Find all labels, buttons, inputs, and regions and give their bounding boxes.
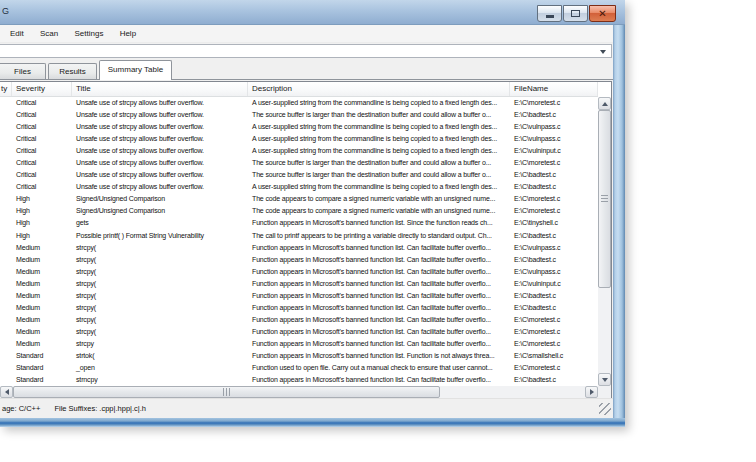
table-row[interactable]: MediumstrcpyFunction appears in Microsof… <box>0 338 598 350</box>
cell-severity: High <box>12 217 72 229</box>
cell-description: The source buffer is larger than the des… <box>248 169 510 181</box>
cell-filename: E:\C\vulnpass.c <box>510 242 598 254</box>
cell-severity: High <box>12 230 72 242</box>
table-row[interactable]: CriticalUnsafe use of strcpy allows buff… <box>0 133 598 145</box>
cell-title: Signed/Unsigned Comparison <box>72 193 248 205</box>
table-row[interactable]: Mediumstrcpy(Function appears in Microso… <box>0 290 598 302</box>
table-row[interactable]: Mediumstrcpy(Function appears in Microso… <box>0 266 598 278</box>
cell-title: gets <box>72 217 248 229</box>
vertical-scrollbar[interactable] <box>598 97 611 386</box>
table-row[interactable]: CriticalUnsafe use of strcpy allows buff… <box>0 145 598 157</box>
tab-summary-table[interactable]: Summary Table <box>99 60 172 80</box>
cell-priority <box>0 230 12 242</box>
table-row[interactable]: HighPossible printf( ) Format String Vul… <box>0 230 598 242</box>
window-border-bottom <box>0 418 625 427</box>
cell-severity: Critical <box>12 121 72 133</box>
cell-title: Unsafe use of strcpy allows buffer overf… <box>72 121 248 133</box>
menu-scan[interactable]: Scan <box>33 25 65 38</box>
cell-severity: Critical <box>12 109 72 121</box>
cell-description: Function appears in Microsoft's banned f… <box>248 254 510 266</box>
close-icon: ✕ <box>598 6 606 21</box>
close-button[interactable]: ✕ <box>589 5 616 22</box>
table-row[interactable]: Mediumstrcpy(Function appears in Microso… <box>0 326 598 338</box>
cell-title: strtok( <box>72 350 248 362</box>
table-row[interactable]: Mediumstrcpy(Function appears in Microso… <box>0 314 598 326</box>
table-row[interactable]: StandardstrncpyFunction appears in Micro… <box>0 374 598 386</box>
cell-severity: Critical <box>12 97 72 109</box>
cell-severity: Medium <box>12 302 72 314</box>
cell-priority <box>0 278 12 290</box>
cell-severity: High <box>12 193 72 205</box>
arrow-down-icon <box>602 378 608 382</box>
table-row[interactable]: CriticalUnsafe use of strcpy allows buff… <box>0 109 598 121</box>
column-header-severity[interactable]: Severity <box>12 82 72 96</box>
cell-filename: E:\C\vulnpass.c <box>510 266 598 278</box>
column-header-filename[interactable]: FileName <box>510 82 598 96</box>
cell-priority <box>0 314 12 326</box>
cell-priority <box>0 254 12 266</box>
cell-title: Unsafe use of strcpy allows buffer overf… <box>72 145 248 157</box>
cell-description: A user-supplied string from the commandl… <box>248 181 510 193</box>
summary-table: ty Severity Title Description FileName C… <box>0 81 612 399</box>
table-row[interactable]: CriticalUnsafe use of strcpy allows buff… <box>0 121 598 133</box>
vertical-scroll-thumb[interactable] <box>598 110 611 288</box>
minimize-button[interactable] <box>537 5 562 22</box>
table-header: ty Severity Title Description FileName <box>0 82 598 97</box>
cell-priority <box>0 109 12 121</box>
maximize-button[interactable] <box>563 5 588 22</box>
cell-filename: E:\C\badtest.c <box>510 230 598 242</box>
cell-severity: Critical <box>12 145 72 157</box>
column-header-priority[interactable]: ty <box>0 82 12 96</box>
table-row[interactable]: CriticalUnsafe use of strcpy allows buff… <box>0 169 598 181</box>
resize-grip-icon[interactable] <box>599 403 611 415</box>
table-row[interactable]: Standard_openFunction used to open file.… <box>0 362 598 374</box>
app-window: G ✕ Edit Scan Settings Help Files Result… <box>0 0 625 427</box>
table-row[interactable]: Mediumstrcpy(Function appears in Microso… <box>0 278 598 290</box>
table-row[interactable]: HighSigned/Unsigned ComparisonThe code a… <box>0 205 598 217</box>
cell-filename: E:\C\moretest.c <box>510 157 598 169</box>
scroll-right-button[interactable] <box>585 386 598 398</box>
scroll-down-button[interactable] <box>598 373 611 386</box>
table-row[interactable]: HighgetsFunction appears in Microsoft's … <box>0 217 598 229</box>
table-row[interactable]: HighSigned/Unsigned ComparisonThe code a… <box>0 193 598 205</box>
table-row[interactable]: Mediumstrcpy(Function appears in Microso… <box>0 302 598 314</box>
scroll-up-button[interactable] <box>598 97 611 110</box>
menu-help[interactable]: Help <box>113 25 143 38</box>
table-row[interactable]: CriticalUnsafe use of strcpy allows buff… <box>0 97 598 109</box>
cell-priority <box>0 266 12 278</box>
table-row[interactable]: CriticalUnsafe use of strcpy allows buff… <box>0 181 598 193</box>
cell-description: Function appears in Microsoft's banned f… <box>248 302 510 314</box>
cell-severity: Medium <box>12 326 72 338</box>
table-row[interactable]: Standardstrtok(Function appears in Micro… <box>0 350 598 362</box>
scrollbar-corner <box>598 386 611 398</box>
cell-priority <box>0 374 12 386</box>
menu-edit[interactable]: Edit <box>3 25 31 38</box>
cell-severity: Medium <box>12 266 72 278</box>
menu-bar: Edit Scan Settings Help <box>0 25 613 43</box>
cell-filename: E:\C\moretest.c <box>510 362 598 374</box>
cell-description: Function appears in Microsoft's banned f… <box>248 266 510 278</box>
tab-files[interactable]: Files <box>0 63 46 79</box>
column-header-description[interactable]: Description <box>248 82 510 96</box>
table-row[interactable]: CriticalUnsafe use of strcpy allows buff… <box>0 157 598 169</box>
horizontal-scrollbar[interactable] <box>0 386 598 398</box>
cell-description: The code appears to compare a signed num… <box>248 193 510 205</box>
column-header-title[interactable]: Title <box>72 82 248 96</box>
cell-description: Function appears in Microsoft's banned f… <box>248 374 510 386</box>
menu-settings[interactable]: Settings <box>68 25 111 38</box>
title-bar[interactable]: G ✕ <box>0 0 625 25</box>
table-row[interactable]: Mediumstrcpy(Function appears in Microso… <box>0 242 598 254</box>
cell-description: Function appears in Microsoft's banned f… <box>248 290 510 302</box>
scroll-left-button[interactable] <box>0 386 13 398</box>
horizontal-scroll-thumb[interactable] <box>13 386 440 398</box>
arrow-up-icon <box>602 102 608 106</box>
table-row[interactable]: Mediumstrcpy(Function appears in Microso… <box>0 254 598 266</box>
tab-results[interactable]: Results <box>48 63 97 79</box>
target-combobox[interactable] <box>0 44 612 58</box>
cell-severity: Medium <box>12 314 72 326</box>
cell-title: _open <box>72 362 248 374</box>
tab-label: Files <box>14 67 31 76</box>
cell-filename: E:\C\vulninput.c <box>510 145 598 157</box>
cell-priority <box>0 350 12 362</box>
cell-filename: E:\C\moretest.c <box>510 338 598 350</box>
